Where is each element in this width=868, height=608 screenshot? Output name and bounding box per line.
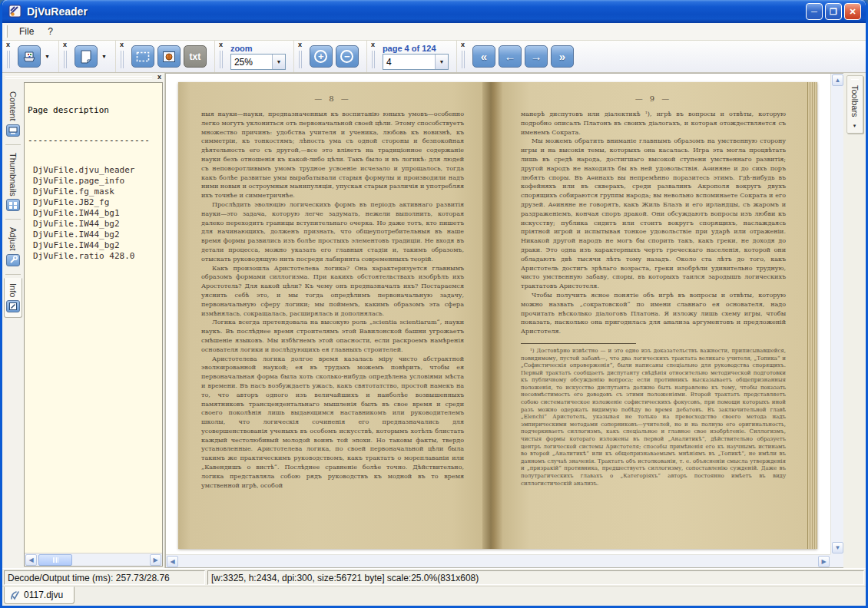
menu-item-file[interactable]: File — [12, 24, 41, 39]
status-decode-time: Decode/Output time (ms): 257.73/28.76 — [4, 570, 205, 585]
page-indicator-label: page 4 of 124 — [383, 44, 436, 53]
dock-close-icon[interactable]: x — [157, 73, 161, 81]
sidebar-tab-adjust[interactable]: Adjust — [5, 223, 22, 271]
menu-grip[interactable] — [5, 25, 8, 38]
layers-dropdown-icon[interactable]: ▼ — [44, 54, 51, 59]
info-icon — [6, 300, 20, 312]
text-mode-button[interactable]: txt — [184, 45, 207, 68]
title-bar[interactable]: DjVuReader ─ ❐ ✕ — [2, 0, 866, 23]
book-spread: — 8 — ныя науки—науки, предназначенныя к… — [178, 82, 817, 549]
previous-page-button[interactable]: ← — [499, 45, 522, 68]
last-page-icon: » — [559, 50, 565, 63]
close-button[interactable]: ✕ — [844, 3, 861, 20]
zoom-value: 25% — [231, 55, 272, 69]
vertical-scrollbar[interactable]: ▲ ▼ — [830, 74, 843, 554]
panel-horizontal-scrollbar[interactable]: ◀ ▶ — [25, 553, 162, 566]
page-combobox[interactable]: 4 ▼ — [383, 54, 449, 70]
panel-item: DjVuFile.page_info — [28, 176, 162, 187]
toolbar-close-icon[interactable]: x — [461, 41, 465, 48]
maximize-icon: ❐ — [830, 8, 837, 15]
scroll-down-icon: ▼ — [835, 544, 841, 551]
file-tab-0117[interactable]: 0117.djvu — [4, 587, 75, 604]
toolbar-grip[interactable] — [372, 51, 375, 68]
selection-rect-icon — [136, 51, 150, 62]
scroll-right-button[interactable]: ▶ — [150, 554, 161, 566]
sidebar-tab-info[interactable]: Info — [4, 278, 22, 318]
document-canvas[interactable]: — 8 — ныя науки—науки, предназначенныя к… — [166, 74, 830, 554]
maximize-button[interactable]: ❐ — [825, 3, 842, 20]
scroll-right-icon: ▶ — [821, 558, 826, 565]
status-page-info: [w:3325, h:2434, dpi:300, size:56721 byt… — [207, 570, 864, 585]
scroll-right-icon: ▶ — [153, 557, 157, 563]
last-page-button[interactable]: » — [551, 45, 574, 68]
main-area: x Content Thumbnails — [2, 73, 866, 568]
right-page: — 9 — манерѣ диспутовъ или діалектикѣ ¹)… — [502, 82, 807, 549]
toolbar-grip[interactable] — [64, 51, 67, 68]
paragraph: Какъ произошла Аристотелева логика? Она … — [201, 264, 464, 319]
layers-icon — [22, 51, 36, 63]
status-bar: Decode/Output time (ms): 257.73/28.76 [w… — [2, 568, 866, 586]
left-page-number: — 8 — — [201, 94, 464, 103]
document-viewport: — 8 — ныя науки—науки, предназначенныя к… — [165, 73, 843, 568]
footnote-text: ¹) Достовѣрно извѣстно — и это одно изъ … — [521, 348, 786, 487]
sidebar-tab-content[interactable]: Content — [5, 87, 22, 141]
zoom-in-icon: + — [314, 50, 327, 63]
toolbar-grip[interactable] — [462, 51, 465, 68]
scroll-track[interactable] — [832, 86, 843, 542]
menu-item-help[interactable]: ? — [41, 24, 60, 39]
toolbar-grip[interactable] — [7, 51, 10, 68]
chevron-down-icon: ▼ — [439, 59, 444, 64]
zoom-combo-button[interactable]: ▼ — [272, 55, 285, 69]
toolbar-close-icon[interactable]: x — [298, 41, 302, 48]
scroll-left-button[interactable]: ◀ — [25, 554, 37, 566]
toolbar-close-icon[interactable]: x — [6, 41, 10, 48]
close-icon: ✕ — [849, 8, 856, 15]
panel-separator: ------------------------ — [28, 135, 162, 145]
dock-header[interactable]: x — [2, 73, 164, 82]
toolbar-close-icon[interactable]: x — [120, 41, 124, 48]
scroll-left-button[interactable]: ◀ — [167, 556, 178, 567]
toolbars-side-tab[interactable]: Toolbars ▾ — [846, 75, 863, 134]
scroll-up-button[interactable]: ▲ — [832, 74, 843, 86]
next-page-button[interactable]: → — [525, 45, 548, 68]
next-page-icon: → — [530, 50, 542, 63]
window-title: DjVuReader — [27, 5, 806, 18]
zoom-combobox[interactable]: 25% ▼ — [230, 54, 286, 70]
scroll-down-button[interactable]: ▼ — [832, 542, 843, 553]
page-combo-button[interactable]: ▼ — [435, 55, 448, 69]
toolbar-group-zoom-buttons: x + − — [294, 41, 367, 72]
tab-content-label: Content — [8, 91, 18, 121]
djvu-file-icon — [10, 590, 20, 600]
page-fore-edge — [807, 82, 817, 549]
page-layout-button[interactable] — [75, 45, 98, 68]
zoom-out-button[interactable]: − — [336, 45, 359, 68]
toolbar-close-icon[interactable]: x — [219, 41, 223, 48]
toolbar-grip[interactable] — [220, 51, 223, 68]
right-page-number: — 9 — — [521, 94, 786, 103]
layers-button[interactable] — [18, 45, 41, 68]
toolbar-grip[interactable] — [299, 51, 302, 68]
scroll-up-icon: ▲ — [835, 77, 841, 84]
sidebar-tab-thumbnails[interactable]: Thumbnails — [5, 148, 22, 216]
scroll-thumb[interactable] — [38, 554, 72, 566]
toolbar-grip[interactable] — [121, 51, 124, 68]
panel-item: DjVuFile.fg_mask — [28, 187, 162, 197]
toolbar-group-zoom: x zoom 25% ▼ — [215, 41, 294, 72]
select-region-button[interactable] — [131, 45, 154, 68]
page-layout-dropdown-icon[interactable]: ▼ — [101, 54, 108, 59]
panel-item: DjVuFile.IW44_bg2 — [28, 240, 162, 251]
right-page-text: манерѣ диспутовъ или діалектикѣ ¹), игрѣ… — [521, 110, 786, 336]
horizontal-scrollbar[interactable]: ◀ ▶ — [166, 554, 830, 567]
tab-thumbnails-label: Thumbnails — [8, 153, 18, 197]
toolbar-close-icon[interactable]: x — [371, 41, 375, 48]
paragraph: ныя науки—науки, предназначенныя къ восп… — [201, 110, 464, 200]
panel-item: DjVuFile.JB2_fg — [28, 197, 162, 208]
first-page-button[interactable]: « — [472, 45, 495, 68]
zoom-in-button[interactable]: + — [310, 45, 333, 68]
minimize-button[interactable]: ─ — [806, 3, 823, 20]
scroll-right-button[interactable]: ▶ — [818, 556, 830, 567]
right-dock: Toolbars ▾ — [843, 73, 866, 568]
toolbar-close-icon[interactable]: x — [63, 41, 67, 48]
panel-title: Page description — [28, 105, 162, 115]
image-mode-button[interactable] — [157, 45, 181, 68]
